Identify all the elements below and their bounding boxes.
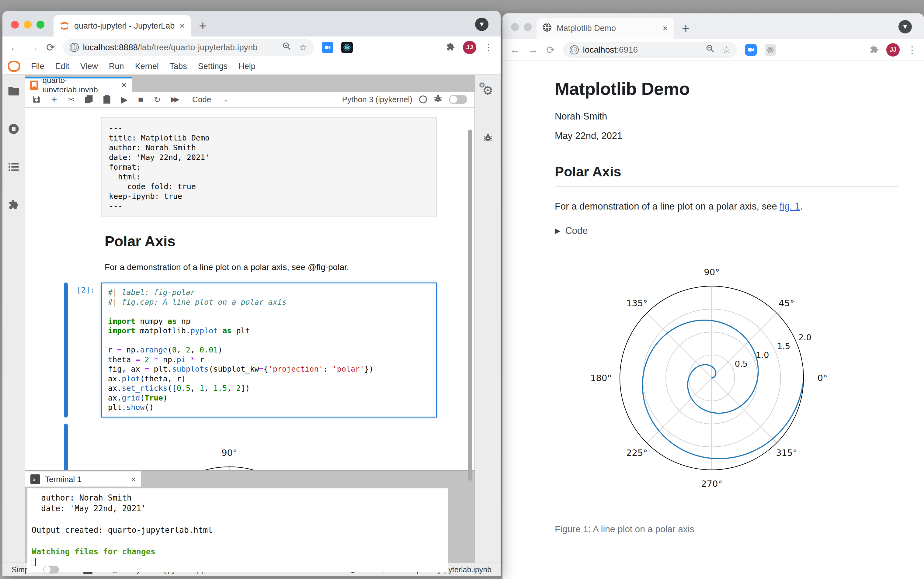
output-collapser[interactable] [64,424,68,470]
browser-menu-icon[interactable]: ⋮ [484,42,493,52]
execution-prompt: [2]: [43,286,95,294]
quarto-preview-browser-window: Matplotlib Demo × + ▼ ← → ⟳ ⓘ localhost:… [502,13,924,579]
menu-item-view[interactable]: View [75,62,103,71]
jupyter-favicon-icon [60,21,69,31]
menu-item-kernel[interactable]: Kernel [129,62,164,71]
site-info-icon[interactable]: ⓘ [70,43,79,52]
react-devtools-icon[interactable] [765,44,776,56]
terminal-tab-close-icon[interactable]: × [131,475,136,484]
menu-item-run[interactable]: Run [103,62,129,71]
url-text[interactable]: localhost:6916 [583,45,638,55]
run-cell-button[interactable]: ▶ [121,95,128,105]
back-icon[interactable]: ← [10,41,20,53]
code-editor[interactable]: #| label: fig-polar#| fig.cap: A line pl… [101,283,437,417]
reload-icon[interactable]: ⟳ [546,44,555,56]
extensions-icon[interactable] [8,200,19,211]
terminal-tab[interactable]: $_ Terminal 1 × [25,471,141,487]
profile-avatar[interactable]: JJ [463,41,476,54]
tab-close-icon[interactable]: × [180,21,185,31]
browser-tab[interactable]: quarto-jupyterl - JupyterLab × [54,15,191,36]
traffic-lights[interactable] [11,21,44,29]
menu-item-edit[interactable]: Edit [50,62,75,71]
cell-type-select[interactable]: Code ⌄ [192,95,228,104]
menu-item-settings[interactable]: Settings [193,62,233,71]
cut-cells-button[interactable]: ✂ [67,95,75,105]
zoom-extension-icon[interactable] [322,42,334,53]
minimize-window-button[interactable] [524,23,532,31]
minimize-window-button[interactable] [24,21,32,29]
new-tab-button[interactable]: + [682,21,690,36]
address-bar[interactable]: ⓘ localhost:8888/lab/tree/quarto-jupyter… [63,39,314,56]
table-of-contents-icon[interactable] [8,162,19,173]
chevron-down-icon: ⌄ [223,96,228,103]
close-window-button[interactable] [511,23,519,31]
zoom-extension-icon[interactable] [745,44,757,56]
output-cell: 0°45°90°135°180°225°270°315°0.51.01.52.0 [25,422,474,470]
notebook-toolbar: + ✂ ▶ ■ ↻ ▶▶ Code ⌄ Python 3 (ipykernel) [25,92,474,108]
restart-kernel-button[interactable]: ↻ [154,95,160,105]
reload-icon[interactable]: ⟳ [46,41,55,54]
restart-run-all-button[interactable]: ▶▶ [171,95,178,103]
terminal-cursor [32,558,36,566]
new-tab-button[interactable]: + [199,18,207,33]
kernel-name[interactable]: Python 3 (ipykernel) [342,95,412,104]
property-inspector-icon[interactable]: ⚙⚙ [482,83,493,97]
files-icon[interactable] [8,86,20,97]
zoom-out-icon[interactable] [282,41,292,53]
browser-dropdown-icon[interactable]: ▼ [898,20,912,33]
notebook-tab-close-icon[interactable]: ✕ [121,80,127,90]
menu-item-tabs[interactable]: Tabs [164,62,193,71]
interrupt-kernel-button[interactable]: ■ [138,95,143,104]
debugger-sidebar-icon[interactable] [483,133,492,144]
forward-icon[interactable]: → [28,41,38,53]
bookmark-star-icon[interactable]: ☆ [722,44,731,55]
address-bar[interactable]: ⓘ localhost:6916 ☆ [563,42,738,58]
forward-icon[interactable]: → [528,44,538,56]
tab-title: quarto-jupyterl - JupyterLab [74,21,175,31]
running-kernels-icon[interactable] [8,123,19,136]
svg-text:225°: 225° [626,448,648,458]
zoom-window-button[interactable] [36,21,44,29]
raw-cell[interactable]: ---title: Matplotlib Demoauthor: Norah S… [25,118,474,217]
close-window-button[interactable] [11,21,19,29]
site-info-icon[interactable]: ⓘ [570,45,579,54]
paste-cells-button[interactable] [103,95,111,104]
notebook-scrollbar[interactable] [468,129,472,481]
cell-collapser[interactable] [64,283,68,417]
browser-dropdown-icon[interactable]: ▼ [475,18,489,31]
browser-tabstrip: quarto-jupyterl - JupyterLab × + ▼ [2,11,500,36]
svg-text:180°: 180° [590,373,612,383]
figure-link[interactable]: fig. 1 [780,201,800,212]
polar-plot: 0°45°90°135°180°225°270°315°0.51.01.52.0 [575,241,849,515]
zoom-out-icon[interactable] [705,44,715,56]
profile-avatar[interactable]: JJ [886,43,899,57]
code-cell[interactable]: [2]: #| label: fig-polar#| fig.cap: A li… [25,283,474,417]
copy-cells-button[interactable] [85,95,93,104]
svg-text:315°: 315° [776,448,797,458]
menu-item-help[interactable]: Help [233,62,261,71]
browser-tab[interactable]: Matplotlib Demo × [536,18,674,39]
menu-item-file[interactable]: File [26,62,50,71]
notebook-tab[interactable]: quarto-jupyterlab.ipynb ✕ [25,77,132,92]
back-icon[interactable]: ← [510,44,520,56]
browser-menu-icon[interactable]: ⋮ [908,44,917,55]
puzzle-extensions-icon[interactable] [446,43,455,52]
terminal-output[interactable]: author: Norah Smith date: 'May 22nd, 202… [27,488,448,572]
tab-close-icon[interactable]: × [662,23,668,33]
bookmark-star-icon[interactable]: ☆ [299,42,307,52]
svg-text:0°: 0° [818,373,828,383]
save-button[interactable] [32,95,41,104]
terminal-icon: $_ [30,474,40,484]
add-cell-button[interactable]: + [51,94,57,106]
react-devtools-icon[interactable] [341,42,353,53]
svg-text:1.5: 1.5 [777,342,790,351]
puzzle-extensions-icon[interactable] [870,45,878,55]
code-fold-label: Code [565,225,588,236]
browser-toolbar: ← → ⟳ ⓘ localhost:8888/lab/tree/quarto-j… [2,36,500,58]
simple-mode-toggle[interactable] [43,566,59,574]
markdown-cell[interactable]: Polar Axis For a demonstration of a line… [25,233,474,272]
debugger-bug-icon[interactable] [434,94,442,105]
debugger-toggle[interactable] [449,95,467,104]
url-text[interactable]: localhost:8888/lab/tree/quarto-jupyterla… [83,43,258,52]
notebook-content[interactable]: ---title: Matplotlib Demoauthor: Norah S… [25,108,474,470]
